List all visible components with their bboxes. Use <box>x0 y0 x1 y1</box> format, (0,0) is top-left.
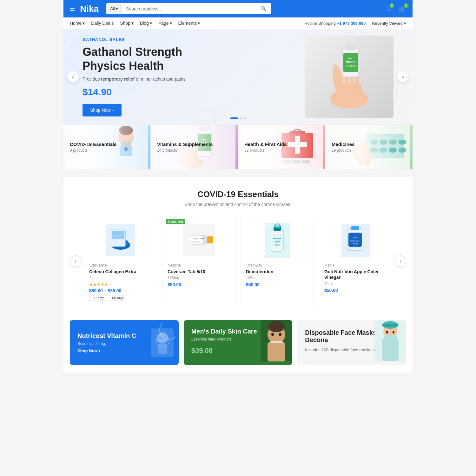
wishlist-badge: 0 <box>389 3 394 8</box>
svg-point-97 <box>268 321 285 332</box>
product-name-1: Coveram Tab.5/10 <box>168 269 230 274</box>
svg-rect-82 <box>351 226 359 230</box>
nav-blog[interactable]: Blog ▾ <box>140 21 152 26</box>
hero-prev-button[interactable]: ‹ <box>67 71 79 83</box>
promo-card-1[interactable]: Men's Daily Skin Care Essential daily pr… <box>184 320 293 365</box>
category-section: COVID-19 Essentials 9 products isic- Hea… <box>63 124 413 169</box>
promo-card-0[interactable]: Nutricost Vitamin C Rose hips 25mg. Shop… <box>70 320 179 365</box>
svg-rect-100 <box>270 341 283 343</box>
svg-text:STAR: STAR <box>115 234 121 237</box>
hero-price: $14.90 <box>83 87 393 97</box>
svg-rect-66 <box>188 235 204 244</box>
nav-shop[interactable]: Shop ▾ <box>120 21 134 26</box>
search-category-dropdown[interactable]: All ▾ <box>106 4 122 14</box>
site-logo: Nika <box>80 4 99 14</box>
product-brand-3: Mecia <box>324 263 387 268</box>
product-variant-2: 100ml <box>246 276 308 280</box>
svg-text:Vinegar: Vinegar <box>352 243 358 245</box>
nav-page[interactable]: Page ▾ <box>158 21 172 26</box>
product-image-wrap-2: Demofe- ridon 100ml <box>246 221 308 259</box>
product-card-3[interactable]: Goli Apple Cider Vinegar 30 oz Mecia Gol… <box>319 216 392 306</box>
svg-rect-70 <box>207 236 213 243</box>
product-image-2: Demofe- ridon 100ml <box>265 223 290 258</box>
product-brand-2: ThemBay <box>246 263 308 268</box>
svg-point-107 <box>386 331 388 334</box>
category-card-medicines[interactable]: Medicines 19 products <box>325 125 413 169</box>
cart-icon[interactable]: 🛒 0 <box>398 5 406 13</box>
nav-daily-deals[interactable]: Daily Deals <box>91 21 114 26</box>
product-variant-3: 30 oz <box>324 281 387 286</box>
svg-text:Demofe-: Demofe- <box>273 237 282 240</box>
product-name-2: Demoferidon <box>246 269 308 274</box>
hamburger-icon[interactable]: ☰ <box>70 5 75 12</box>
nav-bar: Home ▾ Daily Deals Shop ▾ Blog ▾ Page ▾ … <box>63 17 413 29</box>
category-overlay-firstaid: Health & First Aids 32 products <box>238 125 325 169</box>
header-icons: 👤 ♡ 0 🛒 0 <box>372 5 406 13</box>
hero-banner: ‹ GATHANOL SALES Gathanol Strength Physi… <box>63 29 413 124</box>
promo-section: Nutricost Vitamin C Rose hips 25mg. Shop… <box>63 313 413 373</box>
hero-description: Provides temporary relief of minor aches… <box>83 76 393 82</box>
variant-tag-0-0[interactable]: 2XLarge <box>89 295 107 301</box>
product-variants-0: 2XLarge 3XLarge <box>89 295 152 301</box>
category-card-covid[interactable]: COVID-19 Essentials 9 products <box>63 125 151 169</box>
product-card-0[interactable]: STAR StarSence Ceteco Collagen Extra 2 e… <box>84 216 157 306</box>
svg-text:TANE: TANE <box>200 238 205 240</box>
product-card-2[interactable]: Demofe- ridon 100ml ThemBay Demoferidon … <box>241 216 314 306</box>
product-price-2: $50.00 <box>246 282 308 287</box>
product-brand-1: Medline <box>168 263 230 268</box>
svg-point-108 <box>393 331 394 334</box>
product-image-wrap-1: PERC TANE 125mg cream <box>168 221 230 259</box>
category-card-vitamins[interactable]: isic- Health Vitamins & Supplements 14 p… <box>151 125 238 169</box>
svg-text:Goli: Goli <box>353 236 357 239</box>
cart-badge: 0 <box>404 3 409 8</box>
product-image-wrap-3: Goli Apple Cider Vinegar 30 oz <box>324 221 387 259</box>
hero-shop-now-button[interactable]: Shop Now › <box>83 104 122 116</box>
carousel-prev-button[interactable]: ‹ <box>70 255 81 267</box>
category-overlay-medicines: Medicines 19 products <box>325 125 413 169</box>
product-image-wrap-0: STAR <box>89 221 152 259</box>
products-carousel: ‹ STAR <box>70 216 406 306</box>
nav-elements[interactable]: Elements ▾ <box>178 21 200 26</box>
top-header: ☰ Nika All ▾ 🔍 👤 ♡ 0 🛒 0 <box>63 0 413 17</box>
product-image-0: STAR <box>106 224 135 256</box>
svg-text:ridon: ridon <box>274 241 280 243</box>
svg-text:Apple Cider: Apple Cider <box>350 240 360 242</box>
account-icon[interactable]: 👤 <box>372 5 380 13</box>
category-count-covid: 9 products <box>70 148 144 153</box>
product-card-1[interactable]: Featured PERC TANE 125mg cream <box>162 216 235 306</box>
category-card-firstaid[interactable]: Health & First Aids 32 products <box>238 125 325 169</box>
svg-text:125mg cream: 125mg cream <box>190 241 200 243</box>
recently-viewed-dropdown[interactable]: Recently Viewed ▾ <box>372 21 406 26</box>
svg-text:30 oz: 30 oz <box>353 246 357 248</box>
nav-home[interactable]: Home ▾ <box>70 21 85 26</box>
search-button[interactable]: 🔍 <box>256 3 271 14</box>
product-price-1: $50.00 <box>168 282 230 287</box>
category-name-medicines: Medicines <box>332 142 406 147</box>
product-price-0: $80.00 – $89.00 <box>89 288 152 293</box>
section-title-covid: COVID-19 Essentials <box>70 189 406 199</box>
hero-next-button[interactable]: › <box>397 71 409 83</box>
wishlist-icon[interactable]: ♡ 0 <box>386 5 392 13</box>
svg-point-98 <box>271 333 274 336</box>
svg-text:Vitamin C: Vitamin C <box>158 339 167 341</box>
svg-point-91 <box>157 332 168 344</box>
hotline-label: Hotline Shopping +1 973 398 890 <box>304 21 366 26</box>
section-subtitle-covid: Shop the prevention and control of the c… <box>70 202 406 207</box>
category-name-vitamins: Vitamins & Supplements <box>157 142 231 147</box>
search-input[interactable] <box>122 4 256 14</box>
svg-point-99 <box>279 333 281 336</box>
svg-rect-103 <box>382 339 399 361</box>
variant-tag-0-1[interactable]: 3XLarge <box>109 295 127 301</box>
products-grid: STAR StarSence Ceteco Collagen Extra 2 e… <box>84 216 392 306</box>
hero-tag: GATHANOL SALES <box>83 37 393 42</box>
promo-card-2[interactable]: Disposable Face Masks Decona Includes 10… <box>297 320 406 365</box>
svg-text:100ml: 100ml <box>274 244 280 246</box>
svg-rect-75 <box>276 223 279 227</box>
svg-rect-106 <box>384 335 397 341</box>
carousel-next-button[interactable]: › <box>395 255 406 267</box>
nav-left: Home ▾ Daily Deals Shop ▾ Blog ▾ Page ▾ … <box>70 21 200 26</box>
svg-rect-96 <box>268 342 285 361</box>
svg-text:PERC: PERC <box>192 238 198 240</box>
svg-rect-105 <box>382 324 398 327</box>
product-price-3: $50.00 <box>324 288 387 293</box>
